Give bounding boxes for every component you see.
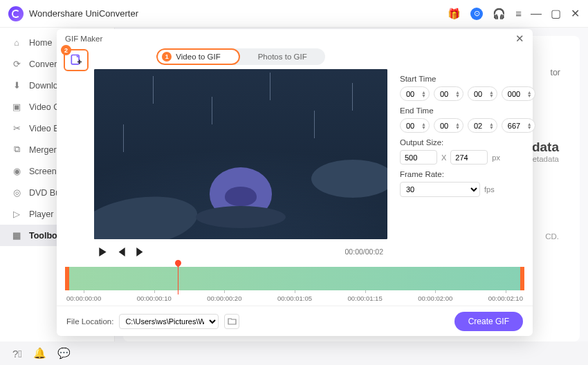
add-file-button[interactable]: 2 [64, 49, 89, 71]
tick-label: 00:00:00:10 [137, 294, 172, 302]
app-footer: ?⃝ 🔔 💬 [0, 341, 83, 365]
start-time-label: Start Time [400, 75, 535, 83]
sidebar-item-label: Player [29, 209, 53, 219]
step-badge: 1 [162, 52, 172, 62]
frame-rate-select[interactable]: 30 [400, 182, 480, 197]
modal-close-button[interactable]: ✕ [515, 32, 524, 45]
modal-footer: File Location: C:\Users\ws\Pictures\Wond… [57, 306, 533, 336]
app-title: Wondershare UniConverter [29, 8, 138, 19]
play-icon: ▷ [11, 209, 22, 219]
create-gif-button[interactable]: Create GIF [454, 312, 523, 331]
scissors-icon: ✂ [11, 123, 22, 133]
modal-header: GIF Maker ✕ [57, 29, 533, 48]
output-width-input[interactable] [400, 150, 437, 165]
close-button[interactable]: ✕ [570, 9, 580, 19]
tick-label: 00:00:00:00 [66, 294, 101, 302]
dvd-icon: ◎ [11, 187, 22, 198]
settings-panel: Start Time ▲▼ ▲▼ ▲▼ ▲▼ End Time ▲▼ ▲▼ ▲▼… [393, 48, 540, 261]
modal-title: GIF Maker [65, 35, 102, 43]
end-min-input[interactable]: ▲▼ [434, 118, 463, 133]
sidebar-item-label: Home [29, 38, 52, 48]
app-logo-icon [8, 6, 24, 21]
tick-label: 00:00:02:00 [418, 294, 452, 302]
prev-frame-button[interactable] [117, 247, 126, 256]
maximize-button[interactable]: ▢ [551, 9, 560, 19]
size-x-label: X [441, 153, 446, 162]
start-hour-input[interactable]: ▲▼ [400, 86, 430, 101]
stepper-arrows-icon[interactable]: ▲▼ [455, 122, 460, 129]
end-hour-input[interactable]: ▲▼ [400, 118, 430, 133]
titlebar: Wondershare UniConverter 🎁 ⊙ 🎧 ≡ — ▢ ✕ [0, 0, 588, 28]
grid-icon: ▦ [11, 230, 22, 241]
timeline-track[interactable] [65, 267, 524, 290]
hamburger-icon[interactable]: ≡ [515, 8, 522, 19]
add-file-icon [69, 53, 83, 67]
stepper-arrows-icon[interactable]: ▲▼ [527, 91, 532, 97]
trim-handle-right[interactable] [520, 267, 524, 290]
play-button[interactable] [98, 247, 107, 256]
step-badge: 2 [61, 45, 71, 55]
bg-text-fragment: tor [550, 68, 560, 77]
stepper-arrows-icon[interactable]: ▲▼ [489, 122, 494, 129]
headset-icon[interactable]: 🎧 [493, 8, 506, 20]
minimize-button[interactable]: — [531, 9, 541, 19]
sidebar-item-label: Merger [29, 145, 57, 155]
time-display: 00:00/00:02 [345, 247, 383, 256]
converter-icon: ⟳ [11, 59, 22, 69]
record-icon: ◉ [11, 166, 22, 176]
tab-label: Video to GIF [176, 53, 220, 61]
stepper-arrows-icon[interactable]: ▲▼ [421, 91, 426, 97]
tab-label: Photos to GIF [258, 53, 307, 61]
tick-label: 00:00:01:15 [348, 294, 383, 302]
tab-photos-to-gif[interactable]: Photos to GIF [240, 48, 325, 65]
file-location-select[interactable]: C:\Users\ws\Pictures\Wondershare [119, 314, 219, 329]
end-time-label: End Time [400, 106, 535, 115]
help-icon[interactable]: ?⃝ [12, 348, 22, 359]
playhead-line [178, 261, 178, 294]
end-ms-input[interactable]: ▲▼ [502, 118, 535, 133]
gift-icon[interactable]: 🎁 [448, 8, 461, 20]
output-size-label: Output Size: [400, 138, 535, 147]
tab-bar: 1 Video to GIF Photos to GIF [94, 48, 387, 65]
bg-text-fragment: CD. [545, 232, 559, 241]
open-folder-button[interactable] [224, 314, 239, 329]
gif-maker-modal: GIF Maker ✕ 2 1 Video to GIF [57, 29, 533, 336]
download-icon: ⬇ [11, 80, 22, 91]
end-sec-input[interactable]: ▲▼ [468, 118, 497, 133]
rate-unit-label: fps [484, 185, 495, 194]
tick-label: 00:00:01:05 [277, 294, 312, 302]
tab-video-to-gif[interactable]: 1 Video to GIF [156, 48, 239, 65]
start-sec-input[interactable]: ▲▼ [468, 86, 497, 101]
size-unit-label: px [492, 153, 500, 162]
next-frame-button[interactable] [136, 247, 145, 256]
trim-handle-left[interactable] [65, 267, 69, 290]
home-icon: ⌂ [11, 38, 22, 48]
timeline-ticks: 00:00:00:00 00:00:00:10 00:00:00:20 00:0… [65, 294, 524, 302]
stepper-arrows-icon[interactable]: ▲▼ [527, 122, 532, 129]
file-location-label: File Location: [66, 317, 113, 326]
playback-controls: 00:00/00:02 [94, 242, 387, 261]
frame-rate-label: Frame Rate: [400, 170, 535, 178]
stepper-arrows-icon[interactable]: ▲▼ [455, 91, 460, 97]
merge-icon: ⧉ [11, 144, 22, 155]
bell-icon[interactable]: 🔔 [33, 347, 46, 359]
feedback-icon[interactable]: 💬 [57, 347, 71, 359]
start-min-input[interactable]: ▲▼ [434, 86, 463, 101]
compress-icon: ▣ [11, 102, 22, 112]
timeline: 00:00:00:00 00:00:00:10 00:00:00:20 00:0… [65, 267, 524, 302]
output-height-input[interactable] [450, 150, 488, 165]
avatar-icon[interactable]: ⊙ [470, 8, 483, 20]
stepper-arrows-icon[interactable]: ▲▼ [421, 122, 426, 129]
stepper-arrows-icon[interactable]: ▲▼ [489, 91, 494, 97]
video-preview[interactable] [94, 69, 387, 239]
folder-icon [228, 317, 237, 325]
tick-label: 00:00:02:10 [488, 294, 523, 302]
tick-label: 00:00:00:20 [207, 294, 241, 302]
start-ms-input[interactable]: ▲▼ [502, 86, 535, 101]
